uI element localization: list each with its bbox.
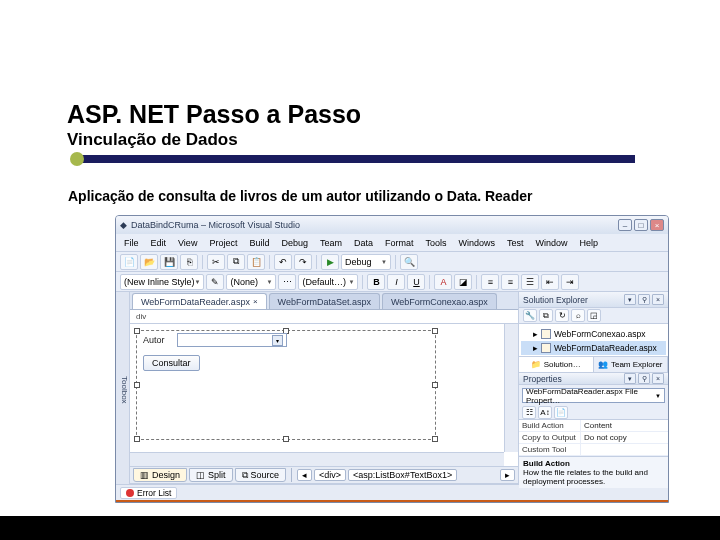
resize-handle[interactable]	[432, 436, 438, 442]
properties-page-icon[interactable]: 📄	[554, 406, 568, 419]
pin-icon[interactable]: ⚲	[638, 373, 650, 384]
properties-grid[interactable]: Build Action Content Copy to Output Do n…	[519, 420, 668, 456]
redo-icon[interactable]: ↷	[294, 254, 312, 270]
dropdown-icon[interactable]: ▾	[624, 294, 636, 305]
properties-header[interactable]: Properties ▾ ⚲ ×	[519, 373, 668, 385]
view-tab-design[interactable]: ▥ Design	[133, 468, 187, 482]
tag-path-item[interactable]: <asp:ListBox#TextBox1>	[348, 469, 457, 481]
paste-icon[interactable]: 📋	[247, 254, 265, 270]
categorized-icon[interactable]: ☷	[522, 406, 536, 419]
tab-datareader[interactable]: WebFormDataReader.aspx ×	[132, 293, 267, 309]
combo-autor[interactable]: ▾	[177, 333, 287, 347]
maximize-button[interactable]: □	[634, 219, 648, 231]
menu-project[interactable]: Project	[205, 237, 241, 249]
indent-icon[interactable]: ⇥	[561, 274, 579, 290]
menu-test[interactable]: Test	[503, 237, 528, 249]
undo-icon[interactable]: ↶	[274, 254, 292, 270]
view-tab-source[interactable]: ⧉ Source	[235, 468, 287, 482]
tab-conexao[interactable]: WebFormConexao.aspx	[382, 293, 497, 309]
menu-debug[interactable]: Debug	[277, 237, 312, 249]
prop-value[interactable]: Content	[581, 420, 668, 431]
alphabetical-icon[interactable]: A↕	[538, 406, 552, 419]
menu-edit[interactable]: Edit	[147, 237, 171, 249]
toolbox-sidebar-tab[interactable]: Toolbox	[116, 292, 130, 484]
team-explorer-tab[interactable]: 👥 Team Explorer	[594, 357, 669, 372]
menu-build[interactable]: Build	[245, 237, 273, 249]
resize-handle[interactable]	[283, 436, 289, 442]
prop-value[interactable]: Do not copy	[581, 432, 668, 443]
solution-tab[interactable]: 📁 Solution…	[519, 357, 594, 372]
resize-handle[interactable]	[134, 328, 140, 334]
expand-icon[interactable]: ▸	[533, 329, 538, 339]
tree-node[interactable]: ▸ WebFormDataReader.aspx	[521, 341, 666, 355]
new-project-icon[interactable]: 📄	[120, 254, 138, 270]
nest-icon[interactable]: ◲	[587, 309, 601, 322]
breadcrumb-current[interactable]: div	[136, 312, 146, 321]
solution-tree[interactable]: ▸ WebFormConexao.aspx ▸ WebFormDataReade…	[519, 324, 668, 356]
menu-file[interactable]: File	[120, 237, 143, 249]
properties-selector[interactable]: WebFormDataReader.aspx File Propert… ▼	[522, 388, 665, 403]
scrollbar-vertical[interactable]	[504, 324, 518, 452]
font-color-icon[interactable]: A	[434, 274, 452, 290]
close-icon[interactable]: ×	[652, 294, 664, 305]
config-dropdown[interactable]: Debug ▼	[341, 254, 391, 270]
style-dropdown[interactable]: (New Inline Style) ▼	[120, 274, 204, 290]
scrollbar-horizontal[interactable]	[130, 452, 504, 466]
dropdown-icon[interactable]: ▾	[624, 373, 636, 384]
pin-icon[interactable]: ⚲	[638, 294, 650, 305]
designer-surface[interactable]: Autor ▾ Consultar	[130, 324, 518, 466]
align-left-icon[interactable]: ≡	[481, 274, 499, 290]
align-center-icon[interactable]: ≡	[501, 274, 519, 290]
solution-explorer-header[interactable]: Solution Explorer ▾ ⚲ ×	[519, 292, 668, 308]
menu-team[interactable]: Team	[316, 237, 346, 249]
window-titlebar[interactable]: ◆ DataBindCRuma – Microsoft Visual Studi…	[116, 216, 668, 234]
menu-tools[interactable]: Tools	[422, 237, 451, 249]
tab-dataset[interactable]: WebFormDataSet.aspx	[269, 293, 380, 309]
list-icon[interactable]: ☰	[521, 274, 539, 290]
close-icon[interactable]: ×	[253, 297, 258, 306]
back-color-icon[interactable]: ◪	[454, 274, 472, 290]
tag-path-item[interactable]: <div>	[314, 469, 346, 481]
error-list-tab[interactable]: Error List	[120, 487, 177, 499]
view-code-icon[interactable]: ⌕	[571, 309, 585, 322]
prop-value[interactable]	[581, 444, 668, 455]
save-icon[interactable]: 💾	[160, 254, 178, 270]
italic-icon[interactable]: I	[387, 274, 405, 290]
open-icon[interactable]: 📂	[140, 254, 158, 270]
minimize-button[interactable]: –	[618, 219, 632, 231]
menu-view[interactable]: View	[174, 237, 201, 249]
breadcrumb-chevron[interactable]: ◂	[297, 469, 312, 481]
breadcrumb-chevron[interactable]: ▸	[500, 469, 515, 481]
close-icon[interactable]: ×	[652, 373, 664, 384]
resize-handle[interactable]	[134, 382, 140, 388]
view-tab-split[interactable]: ◫ Split	[189, 468, 233, 482]
view-tab-label: Source	[251, 470, 280, 480]
properties-icon[interactable]: 🔧	[523, 309, 537, 322]
underline-icon[interactable]: U	[407, 274, 425, 290]
resize-handle[interactable]	[432, 382, 438, 388]
close-button[interactable]: ×	[650, 219, 664, 231]
rule-options-icon[interactable]: ⋯	[278, 274, 296, 290]
find-icon[interactable]: 🔍	[400, 254, 418, 270]
tree-node[interactable]: ▸ WebFormConexao.aspx	[521, 327, 666, 341]
start-debug-icon[interactable]: ▶	[321, 254, 339, 270]
copy-icon[interactable]: ⧉	[227, 254, 245, 270]
menu-data[interactable]: Data	[350, 237, 377, 249]
default-dropdown[interactable]: (Default…) ▼	[298, 274, 358, 290]
menu-help[interactable]: Help	[576, 237, 603, 249]
save-all-icon[interactable]: ⎘	[180, 254, 198, 270]
menu-window[interactable]: Window	[532, 237, 572, 249]
expand-icon[interactable]: ▸	[533, 343, 538, 353]
rule-dropdown[interactable]: (None) ▼	[226, 274, 276, 290]
consultar-button[interactable]: Consultar	[143, 355, 200, 371]
show-all-icon[interactable]: ⧉	[539, 309, 553, 322]
outdent-icon[interactable]: ⇤	[541, 274, 559, 290]
refresh-icon[interactable]: ↻	[555, 309, 569, 322]
bold-icon[interactable]: B	[367, 274, 385, 290]
style-apply-icon[interactable]: ✎	[206, 274, 224, 290]
menu-format[interactable]: Format	[381, 237, 418, 249]
resize-handle[interactable]	[134, 436, 140, 442]
menu-windows[interactable]: Windows	[455, 237, 500, 249]
resize-handle[interactable]	[432, 328, 438, 334]
cut-icon[interactable]: ✂	[207, 254, 225, 270]
